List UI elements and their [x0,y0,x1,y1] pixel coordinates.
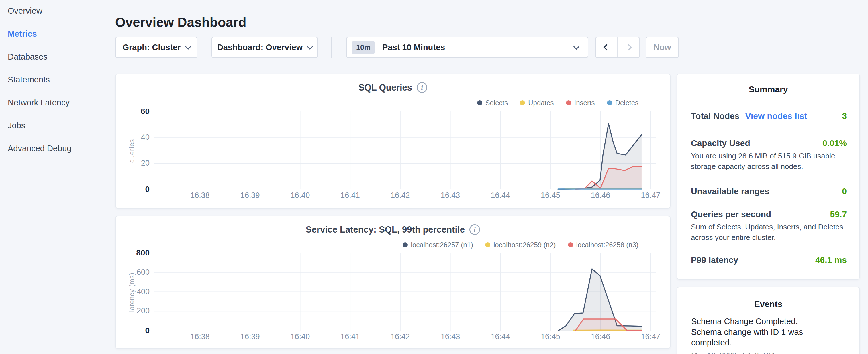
dashboard-dropdown[interactable]: Dashboard: Overview [212,37,318,58]
time-step-buttons [595,37,640,58]
y-axis-ticks: 0204060 [116,108,150,194]
legend-item[interactable]: Deletes [607,99,639,107]
sidebar-item-statements[interactable]: Statements [8,75,50,85]
summary-title: Summary [677,85,859,94]
x-axis-tick: 16:43 [430,191,470,200]
step-back-button[interactable] [596,37,617,57]
graph-dropdown-label: Graph: Cluster [122,43,181,52]
y-axis-tick: 0 [116,326,150,335]
event-item[interactable]: Schema Change Completed: Schema change w… [691,316,826,354]
events-panel: Events Schema Change Completed: Schema c… [677,287,860,354]
summary-value: 0.01% [823,138,847,148]
x-axis-tick: 16:46 [581,332,621,341]
x-axis-tick: 16:41 [330,332,370,341]
summary-description: You are using 28.6 MiB of 515.9 GiB usab… [691,151,846,172]
summary-value: 46.1 ms [815,255,847,265]
summary-label: P99 latency [691,255,738,265]
info-icon[interactable]: i [417,82,427,93]
summary-row-capacity-used: Capacity Used 0.01% [691,138,847,148]
x-axis-tick: 16:42 [380,191,421,200]
chevron-down-icon [574,43,580,50]
x-axis-tick: 16:38 [180,332,220,341]
event-text: Schema Change Completed: Schema change w… [691,317,803,347]
x-axis-tick: 16:47 [630,191,671,200]
x-axis-tick: 16:40 [280,191,320,200]
x-axis-tick: 16:47 [630,332,671,341]
sidebar-item-advanced-debug[interactable]: Advanced Debug [8,144,72,153]
legend-item[interactable]: Inserts [566,99,595,107]
graph-dropdown[interactable]: Graph: Cluster [115,37,197,58]
chevron-down-icon [185,43,191,50]
y-axis-tick: 400 [116,287,150,296]
summary-label: Total NodesView nodes list [691,111,807,121]
now-button[interactable]: Now [646,37,679,58]
legend-dot-icon [403,242,408,248]
summary-value: 0 [842,187,847,196]
legend-item[interactable]: localhost:26257 (n1) [403,241,473,249]
legend-dot-icon [566,100,571,105]
chevron-down-icon [307,43,313,50]
x-axis-tick: 16:42 [380,332,421,341]
legend-item[interactable]: Selects [477,99,508,107]
sidebar-item-databases[interactable]: Databases [8,52,48,62]
legend-dot-icon [607,100,612,105]
view-nodes-list-link[interactable]: View nodes list [745,111,807,121]
time-range-label: Past 10 Minutes [382,43,445,52]
x-axis-tick: 16:41 [330,191,370,200]
summary-row-queries-per-second: Queries per second 59.7 [691,210,847,219]
x-axis-tick: 16:44 [480,191,520,200]
legend-item[interactable]: Updates [520,99,554,107]
page-title: Overview Dashboard [115,14,246,30]
summary-value: 3 [842,111,847,121]
service-latency-chart-card: Service Latency: SQL, 99th percentile i … [115,216,671,349]
events-title: Events [677,299,859,309]
x-axis-tick: 16:46 [581,191,621,200]
legend-dot-icon [520,100,525,105]
time-range-badge: 10m [352,41,375,54]
y-axis-tick: 200 [116,307,150,315]
event-timestamp: May 13, 2020 at 4:45 PM [691,350,826,354]
x-axis-tick: 16:40 [280,332,320,341]
chevron-left-icon [603,44,610,51]
y-axis-tick: 20 [116,159,150,167]
x-axis-tick: 16:43 [430,332,470,341]
divider [691,207,847,207]
x-axis-tick: 16:39 [230,191,270,200]
step-forward-button[interactable] [617,37,639,57]
y-axis-tick: 800 [116,248,150,257]
y-axis-tick: 60 [116,107,150,116]
db-console-app: Overview Metrics Databases Statements Ne… [0,0,868,354]
chart-legend: localhost:26257 (n1)localhost:26259 (n2)… [403,241,639,249]
x-axis-tick: 16:45 [530,332,570,341]
y-axis-tick: 40 [116,133,150,142]
chart-title: SQL Queries [359,83,412,93]
latency-plot[interactable] [152,250,658,336]
chart-title: Service Latency: SQL, 99th percentile [306,225,465,235]
x-axis-tick: 16:44 [480,332,520,341]
sql-queries-plot[interactable] [152,108,658,194]
x-axis-tick: 16:39 [230,332,270,341]
summary-label: Queries per second [691,210,771,219]
info-icon[interactable]: i [469,224,480,235]
divider [691,184,847,185]
summary-description: Sum of Selects, Updates, Inserts, and De… [691,222,846,243]
chart-legend: SelectsUpdatesInsertsDeletes [477,99,639,107]
legend-item[interactable]: localhost:26258 (n3) [568,241,639,249]
sidebar-item-metrics[interactable]: Metrics [8,29,37,39]
sidebar-item-overview[interactable]: Overview [8,6,42,16]
x-axis-tick: 16:38 [180,191,220,200]
divider [691,134,847,134]
summary-row-unavailable-ranges: Unavailable ranges 0 [691,187,847,196]
chevron-right-icon [625,44,632,51]
sidebar-item-network-latency[interactable]: Network Latency [8,98,70,107]
toolbar-divider [331,37,332,58]
x-axis-tick: 16:45 [530,191,570,200]
y-axis-tick: 600 [116,268,150,277]
summary-row-p99-latency: P99 latency 46.1 ms [691,255,847,265]
legend-dot-icon [477,100,482,105]
legend-item[interactable]: localhost:26259 (n2) [485,241,556,249]
summary-label: Capacity Used [691,138,750,148]
time-range-dropdown[interactable]: 10m Past 10 Minutes [346,37,588,58]
sidebar-item-jobs[interactable]: Jobs [8,121,25,130]
summary-panel: Summary Total NodesView nodes list 3 Cap… [677,74,860,280]
